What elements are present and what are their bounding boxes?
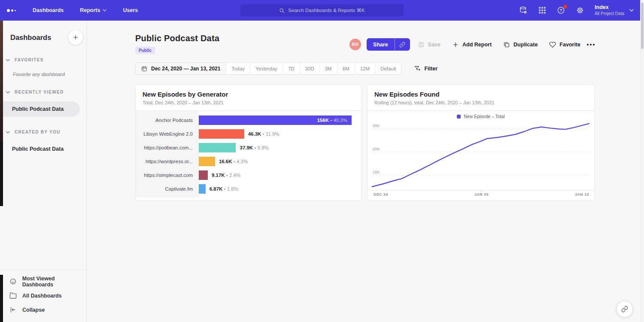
y-tick-label: 20K bbox=[373, 147, 380, 151]
sidebar-section-recently-viewed[interactable]: RECENTLY VIEWED bbox=[0, 90, 86, 94]
folder-icon bbox=[9, 292, 17, 299]
y-tick-label: 30K bbox=[373, 124, 380, 128]
bar-chart-title: New Episodes by Generator bbox=[143, 91, 354, 98]
date-preset-3m[interactable]: 3M bbox=[319, 63, 337, 74]
collapse-sidebar-button[interactable]: Collapse bbox=[0, 303, 86, 317]
sidebar-item-public-podcast-data[interactable]: Public Podcast Data bbox=[0, 101, 80, 117]
section-label: FAVORITES bbox=[15, 58, 44, 62]
filter-button[interactable]: Filter bbox=[414, 65, 437, 72]
bar-segment[interactable] bbox=[199, 170, 208, 180]
heart-icon bbox=[549, 41, 556, 48]
app-logo[interactable] bbox=[7, 9, 21, 12]
line-chart-title: New Episodes Found bbox=[374, 91, 587, 98]
topnav-reports[interactable]: Reports bbox=[80, 7, 106, 13]
search-input[interactable]: Search Dashboards & Reports ⌘K bbox=[240, 4, 404, 16]
line-series[interactable] bbox=[372, 124, 589, 187]
date-preset-12m[interactable]: 12M bbox=[355, 63, 375, 74]
bar-row: 37.9K • 9.8% bbox=[199, 141, 352, 155]
duplicate-button[interactable]: Duplicate bbox=[503, 41, 538, 48]
date-preset-today[interactable]: Today bbox=[226, 63, 250, 74]
date-preset-30d[interactable]: 30D bbox=[300, 63, 319, 74]
section-label: RECENTLY VIEWED bbox=[15, 90, 64, 94]
bar-value-label: 46.3K • 11.9% bbox=[248, 131, 279, 137]
date-range-button[interactable]: Dec 24, 2020 — Jan 13, 2021 bbox=[136, 63, 226, 74]
bar-row: 9.17K • 2.4% bbox=[199, 168, 352, 182]
sidebar-item-public-podcast-data-created[interactable]: Public Podcast Data bbox=[0, 141, 80, 157]
footer-label: All Dashboards bbox=[22, 293, 62, 299]
chevron-down-icon bbox=[6, 91, 10, 94]
link-icon bbox=[399, 42, 405, 48]
bar-segment[interactable] bbox=[199, 184, 206, 194]
footer-label: Collapse bbox=[22, 307, 45, 313]
line-chart-plot[interactable]: 10K20K30K bbox=[372, 122, 589, 190]
topnav-dashboards[interactable]: Dashboards bbox=[33, 7, 64, 13]
ellipsis-icon bbox=[587, 44, 595, 46]
section-label: CREATED BY YOU bbox=[15, 130, 61, 134]
chevron-down-icon bbox=[6, 59, 10, 61]
apps-grid-button[interactable] bbox=[538, 6, 547, 15]
help-button[interactable]: ? bbox=[557, 6, 565, 15]
date-preset-default[interactable]: Default bbox=[375, 63, 401, 74]
add-report-label: Add Report bbox=[462, 42, 492, 48]
sidebar-section-favorites[interactable]: FAVORITES bbox=[0, 58, 86, 62]
chevron-down-icon bbox=[103, 9, 106, 12]
database-nav-button[interactable] bbox=[519, 6, 528, 15]
axis-tick bbox=[481, 191, 481, 192]
bar-row: 46.3K • 11.9% bbox=[199, 127, 352, 141]
share-button[interactable]: Share bbox=[367, 38, 395, 51]
share-link-button[interactable] bbox=[395, 38, 410, 51]
date-preset-yesterday[interactable]: Yesterday bbox=[250, 63, 283, 74]
link-icon bbox=[621, 306, 628, 313]
line-chart-subtitle: Rolling (12 hours), total, Dec 24th, 202… bbox=[374, 100, 587, 105]
sidebar: Dashboards FAVORITES Favorite any dashbo… bbox=[0, 21, 87, 322]
top-nav: DashboardsReportsUsers bbox=[33, 7, 154, 13]
date-preset-7d[interactable]: 7D bbox=[283, 63, 300, 74]
legend-swatch bbox=[457, 115, 461, 118]
bar-category-label: Libsyn WebEngine 2.0 bbox=[136, 127, 199, 141]
gear-icon bbox=[576, 6, 584, 15]
save-icon bbox=[418, 41, 425, 48]
sidebar-section-created-by-you[interactable]: CREATED BY YOU bbox=[0, 130, 86, 134]
most-viewed-dashboards-button[interactable]: Most Viewed Dashboards bbox=[0, 274, 86, 289]
chevron-down-icon bbox=[629, 9, 634, 12]
date-range-label: Dec 24, 2020 — Jan 13, 2021 bbox=[151, 66, 220, 72]
scrollbar-thumb[interactable] bbox=[641, 3, 644, 49]
line-chart-card: New Episodes Found Rolling (12 hours), t… bbox=[367, 84, 595, 201]
x-axis: DEC 24 JAN 03 JAN 13 bbox=[368, 190, 594, 198]
y-tick-label: 10K bbox=[373, 170, 380, 174]
more-actions-button[interactable] bbox=[587, 44, 595, 46]
smiley-icon bbox=[9, 278, 17, 285]
svg-text:?: ? bbox=[560, 8, 562, 12]
favorite-button[interactable]: Favorite bbox=[549, 41, 580, 48]
bar-segment[interactable] bbox=[199, 129, 244, 139]
settings-button[interactable] bbox=[576, 6, 584, 15]
add-dashboard-button[interactable] bbox=[68, 30, 83, 45]
bar-value-label: 156K • 40.3% bbox=[317, 118, 352, 123]
notification-badge bbox=[563, 5, 567, 9]
database-icon bbox=[519, 6, 528, 15]
share-link-fab[interactable] bbox=[617, 301, 633, 317]
bar-segment[interactable] bbox=[199, 143, 236, 152]
date-preset-6m[interactable]: 6M bbox=[337, 63, 355, 74]
chevron-down-icon bbox=[6, 131, 10, 134]
bar-value-label: 6.87K • 1.8% bbox=[210, 186, 238, 191]
bar-category-label: Anchor Podcasts bbox=[136, 113, 199, 127]
bar-segment[interactable] bbox=[199, 157, 215, 166]
duplicate-icon bbox=[503, 41, 510, 48]
public-badge: Public bbox=[135, 47, 155, 54]
topnav-label: Reports bbox=[80, 7, 100, 13]
bar-category-labels: Anchor PodcastsLibsyn WebEngine 2.0https… bbox=[136, 111, 199, 197]
all-dashboards-button[interactable]: All Dashboards bbox=[0, 289, 86, 303]
save-label: Save bbox=[428, 42, 440, 48]
avatar[interactable]: RH bbox=[349, 39, 361, 50]
share-split-button: Share bbox=[367, 38, 410, 51]
topbar: DashboardsReportsUsers Search Dashboards… bbox=[0, 0, 644, 21]
save-button[interactable]: Save bbox=[418, 41, 440, 48]
project-selector[interactable]: Index All Project Data bbox=[595, 4, 634, 17]
topnav-users[interactable]: Users bbox=[123, 7, 138, 13]
page-scrollbar[interactable] bbox=[640, 0, 644, 322]
bar-segment[interactable]: 156K • 40.3% bbox=[199, 115, 352, 125]
add-report-button[interactable]: Add Report bbox=[452, 41, 492, 48]
bar-category-label: https://wordpress.or... bbox=[136, 155, 199, 168]
collapse-icon bbox=[9, 306, 17, 313]
